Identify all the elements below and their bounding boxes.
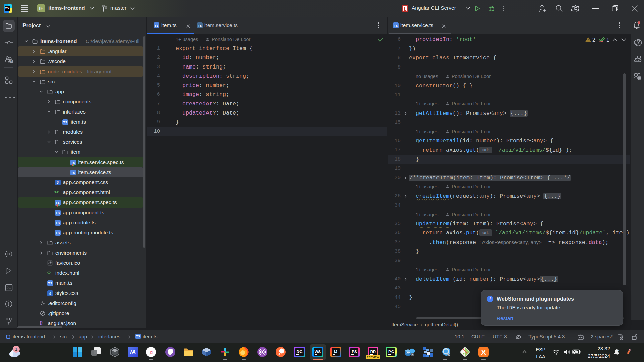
svg-text:z: z	[618, 349, 620, 351]
svg-text:♫: ♫	[149, 349, 153, 356]
svg-text:X: X	[481, 349, 486, 356]
